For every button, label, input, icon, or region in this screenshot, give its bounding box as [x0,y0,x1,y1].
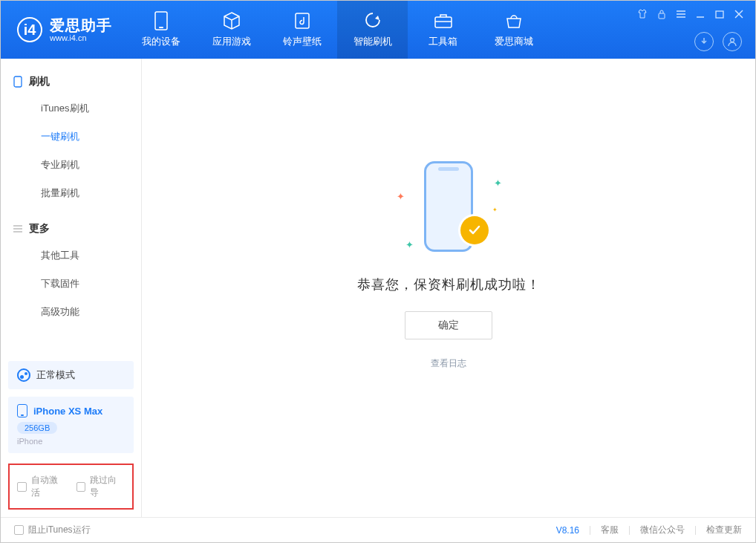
sidebar-item-itunes-flash[interactable]: iTunes刷机 [1,94,141,123]
close-icon[interactable] [733,8,745,20]
footer-link-update[interactable]: 检查更新 [706,524,742,536]
tab-label: 工具箱 [428,35,457,48]
version-label: V8.16 [556,525,579,536]
checkbox-icon [17,482,27,492]
toolbox-icon [434,11,453,30]
tab-flash[interactable]: 智能刷机 [337,1,408,59]
checkbox-label: 跳过向导 [90,474,125,499]
sidebar: 刷机 iTunes刷机 一键刷机 专业刷机 批量刷机 更多 其他工具 下载固件 … [1,59,142,517]
tab-media[interactable]: 铃声壁纸 [267,1,337,59]
flash-options: 自动激活 跳过向导 [8,464,134,510]
checkbox-auto-activate[interactable]: 自动激活 [17,474,66,499]
tshirt-icon[interactable] [636,8,648,20]
checkbox-label: 自动激活 [31,474,66,499]
group-title-label: 刷机 [29,75,50,88]
phone-outline-icon [13,77,23,87]
sidebar-item-download-firmware[interactable]: 下载固件 [1,270,141,298]
device-icon [151,11,171,30]
app-title: 爱思助手 [50,17,112,33]
main-content: ✦ ✦ ✦ ✦ 恭喜您，保资料刷机成功啦！ 确定 查看日志 [142,59,755,517]
svg-rect-2 [296,13,309,28]
svg-rect-1 [159,27,163,28]
logo[interactable]: i4 爱思助手 www.i4.cn [1,17,126,42]
spark-icon: ✦ [494,178,502,189]
svg-rect-5 [659,13,665,19]
device-name-row: iPhone XS Max [17,404,125,417]
separator [590,526,590,535]
app-body: 刷机 iTunes刷机 一键刷机 专业刷机 批量刷机 更多 其他工具 下载固件 … [1,59,755,517]
status-label: 正常模式 [36,368,75,382]
checkmark-badge-icon [460,216,489,244]
success-illustration: ✦ ✦ ✦ ✦ [404,161,493,258]
main-tabs: 我的设备 应用游戏 铃声壁纸 智能刷机 工具箱 爱思商城 [126,1,549,59]
sidebar-group-more: 更多 [1,216,141,241]
status-icon [17,368,30,382]
group-title-label: 更多 [29,222,50,235]
checkbox-label: 阻止iTunes运行 [28,524,91,536]
device-mode-status[interactable]: 正常模式 [8,361,134,389]
tab-apps[interactable]: 应用游戏 [196,1,267,59]
store-icon [504,11,524,30]
tab-label: 爱思商城 [495,35,533,48]
view-log-link[interactable]: 查看日志 [431,357,466,370]
sidebar-item-pro-flash[interactable]: 专业刷机 [1,151,141,179]
logo-text: 爱思助手 www.i4.cn [50,17,112,42]
user-icon[interactable] [723,32,742,51]
spark-icon: ✦ [492,207,498,213]
sidebar-item-oneclick-flash[interactable]: 一键刷机 [1,123,141,151]
footer-right: V8.16 客服 微信公众号 检查更新 [556,524,742,536]
tab-store[interactable]: 爱思商城 [478,1,549,59]
spark-icon: ✦ [405,239,414,250]
spark-icon: ✦ [397,191,405,202]
separator [629,526,630,535]
lock-icon[interactable] [656,8,668,20]
device-name: iPhone XS Max [33,406,102,417]
tab-label: 智能刷机 [353,35,392,48]
list-icon [13,224,23,234]
separator [695,526,696,535]
checkbox-block-itunes[interactable]: 阻止iTunes运行 [14,524,91,536]
sidebar-item-advanced[interactable]: 高级功能 [1,298,141,326]
music-icon [293,11,312,30]
maximize-icon[interactable] [714,8,726,20]
download-icon[interactable] [694,32,714,51]
svg-rect-3 [435,17,452,27]
status-bar: 阻止iTunes运行 V8.16 客服 微信公众号 检查更新 [1,517,755,542]
cube-icon [222,11,241,30]
device-icon [17,404,27,417]
device-type: iPhone [17,437,125,446]
tab-devices[interactable]: 我的设备 [126,1,196,59]
sidebar-group-flash: 刷机 [1,69,141,94]
success-message: 恭喜您，保资料刷机成功啦！ [357,276,541,293]
window-controls [636,8,745,20]
sidebar-nav: 刷机 iTunes刷机 一键刷机 专业刷机 批量刷机 更多 其他工具 下载固件 … [1,59,141,354]
app-header: i4 爱思助手 www.i4.cn 我的设备 应用游戏 铃声壁纸 智能刷机 工具… [1,1,755,59]
ok-button[interactable]: 确定 [405,311,492,339]
svg-rect-10 [716,11,723,18]
header-actions [694,32,742,51]
tab-label: 我的设备 [142,35,180,48]
footer-link-wechat[interactable]: 微信公众号 [640,524,685,536]
tab-toolbox[interactable]: 工具箱 [408,1,478,59]
device-card[interactable]: iPhone XS Max 256GB iPhone [8,397,134,453]
checkbox-skip-guide[interactable]: 跳过向导 [76,474,126,499]
sidebar-item-other-tools[interactable]: 其他工具 [1,241,141,270]
tab-label: 铃声壁纸 [283,35,322,48]
app-url: www.i4.cn [50,33,112,42]
sidebar-item-batch-flash[interactable]: 批量刷机 [1,179,141,207]
refresh-shield-icon [363,11,382,30]
footer-link-support[interactable]: 客服 [601,524,619,536]
checkbox-icon [76,482,86,492]
menu-icon[interactable] [675,8,687,20]
minimize-icon[interactable] [694,8,706,20]
svg-rect-14 [14,77,22,87]
tab-label: 应用游戏 [212,35,251,48]
logo-icon: i4 [17,17,42,42]
device-capacity-badge: 256GB [17,422,57,434]
svg-point-13 [731,39,734,42]
checkbox-icon [14,525,24,535]
